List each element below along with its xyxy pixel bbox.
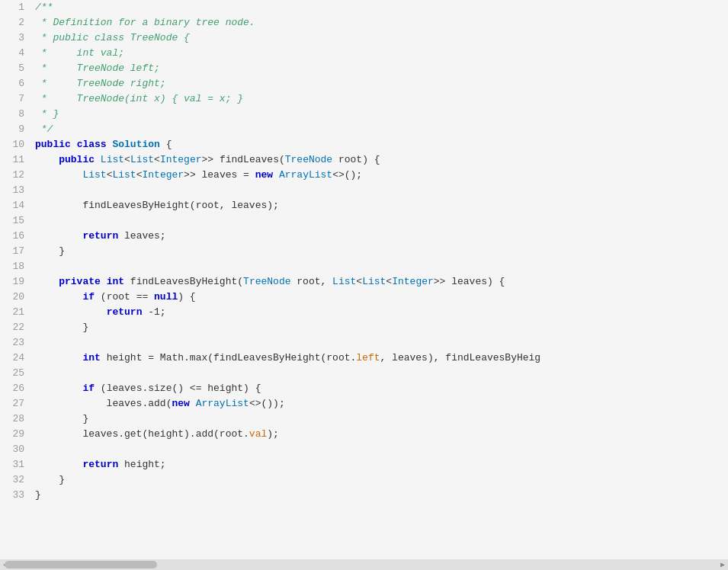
code-token: [35, 169, 82, 181]
code-token: height = Math.max(findLeavesByHeight(roo…: [101, 352, 356, 363]
table-row: 29 leaves.get(height).add(root.val);: [0, 427, 728, 442]
line-content: * Definition for a binary tree node.: [32, 15, 728, 30]
table-row: 19 private int findLeavesByHeight(TreeNo…: [0, 274, 728, 290]
table-row: 17 }: [0, 244, 728, 259]
line-number: 7: [0, 91, 32, 107]
line-number: 18: [0, 259, 32, 274]
code-token: ArrayList: [196, 398, 249, 409]
code-token: return: [82, 230, 118, 242]
code-token: List: [130, 154, 154, 165]
line-number: 8: [0, 107, 32, 122]
table-row: 25: [0, 366, 728, 381]
code-token: [273, 169, 279, 181]
line-number: 21: [0, 305, 32, 320]
line-number: 3: [0, 30, 32, 46]
code-token: class: [77, 139, 107, 150]
code-token: [35, 154, 59, 165]
code-token: <>();: [332, 169, 362, 181]
line-content: List<List<Integer>> leaves = new ArrayLi…: [32, 168, 728, 183]
code-token: int: [82, 352, 100, 363]
editor-container: 1/**2 * Definition for a binary tree nod…: [0, 0, 728, 570]
code-token: List: [362, 276, 386, 287]
code-scroll[interactable]: 1/**2 * Definition for a binary tree nod…: [0, 0, 728, 559]
code-token: * }: [35, 108, 59, 120]
line-number: 5: [0, 61, 32, 76]
code-token: new: [172, 398, 189, 409]
code-token: }: [35, 413, 88, 424]
code-token: private: [59, 276, 101, 287]
line-content: * TreeNode(int x) { val = x; }: [32, 91, 728, 107]
line-content: [32, 213, 728, 229]
table-row: 12 List<List<Integer>> leaves = new Arra…: [0, 168, 728, 183]
line-number: 15: [0, 213, 32, 229]
code-token: findLeavesByHeight(root, leaves);: [35, 200, 279, 211]
code-token: new: [255, 169, 273, 181]
table-row: 16 return leaves;: [0, 229, 728, 244]
line-content: findLeavesByHeight(root, leaves);: [32, 198, 728, 213]
table-row: 27 leaves.add(new ArrayList<>());: [0, 396, 728, 411]
table-row: 33}: [0, 488, 728, 503]
code-token: Integer: [160, 154, 202, 165]
code-token: leaves;: [118, 230, 165, 242]
horizontal-scrollbar[interactable]: ◀ ▶: [0, 559, 728, 570]
table-row: 11 public List<List<Integer>> findLeaves…: [0, 152, 728, 168]
scrollbar-thumb[interactable]: [5, 561, 157, 568]
table-row: 23: [0, 335, 728, 351]
line-number: 4: [0, 46, 32, 61]
line-number: 23: [0, 335, 32, 351]
code-token: [35, 383, 82, 394]
line-number: 9: [0, 122, 32, 137]
code-token: if: [82, 291, 95, 303]
scroll-right-arrow[interactable]: ▶: [717, 559, 728, 570]
code-token: List: [82, 169, 106, 181]
code-token: List: [112, 169, 136, 181]
line-content: * TreeNode right;: [32, 76, 728, 91]
line-number: 22: [0, 320, 32, 335]
line-content: if (leaves.size() <= height) {: [32, 381, 728, 396]
code-token: /**: [35, 2, 53, 13]
code-token: [35, 276, 59, 287]
code-token: Integer: [392, 276, 434, 287]
line-content: }: [32, 472, 728, 488]
line-content: [32, 366, 728, 381]
line-content: return -1;: [32, 305, 728, 320]
code-token: }: [35, 489, 41, 501]
line-number: 26: [0, 381, 32, 396]
code-token: null: [154, 291, 178, 303]
line-content: int height = Math.max(findLeavesByHeight…: [32, 351, 728, 366]
code-token: [95, 154, 101, 165]
table-row: 10public class Solution {: [0, 137, 728, 152]
code-token: (leaves.size() <= height) {: [95, 383, 261, 394]
line-content: return leaves;: [32, 229, 728, 244]
line-number: 16: [0, 229, 32, 244]
code-token: Solution: [112, 139, 159, 150]
code-token: * TreeNode left;: [35, 62, 160, 74]
code-token: {: [160, 139, 172, 150]
line-content: public class Solution {: [32, 137, 728, 152]
code-token: findLeavesByHeight(: [124, 276, 243, 287]
code-token: <: [124, 154, 130, 165]
line-content: }: [32, 244, 728, 259]
table-row: 14 findLeavesByHeight(root, leaves);: [0, 198, 728, 213]
table-row: 24 int height = Math.max(findLeavesByHei…: [0, 351, 728, 366]
table-row: 22 }: [0, 320, 728, 335]
code-table: 1/**2 * Definition for a binary tree nod…: [0, 0, 728, 503]
code-token: Integer: [142, 169, 184, 181]
line-number: 27: [0, 396, 32, 411]
line-content: private int findLeavesByHeight(TreeNode …: [32, 274, 728, 290]
table-row: 2 * Definition for a binary tree node.: [0, 15, 728, 30]
code-token: -1;: [142, 306, 165, 318]
code-token: ArrayList: [279, 169, 332, 181]
table-row: 6 * TreeNode right;: [0, 76, 728, 91]
line-content: * int val;: [32, 46, 728, 61]
code-token: }: [35, 322, 88, 333]
line-content: */: [32, 122, 728, 137]
line-content: * public class TreeNode {: [32, 30, 728, 46]
code-token: * int val;: [35, 47, 124, 59]
line-content: return height;: [32, 457, 728, 472]
code-token: TreeNode: [243, 276, 290, 287]
table-row: 7 * TreeNode(int x) { val = x; }: [0, 91, 728, 107]
line-number: 11: [0, 152, 32, 168]
line-number: 25: [0, 366, 32, 381]
code-token: ) {: [178, 291, 195, 303]
